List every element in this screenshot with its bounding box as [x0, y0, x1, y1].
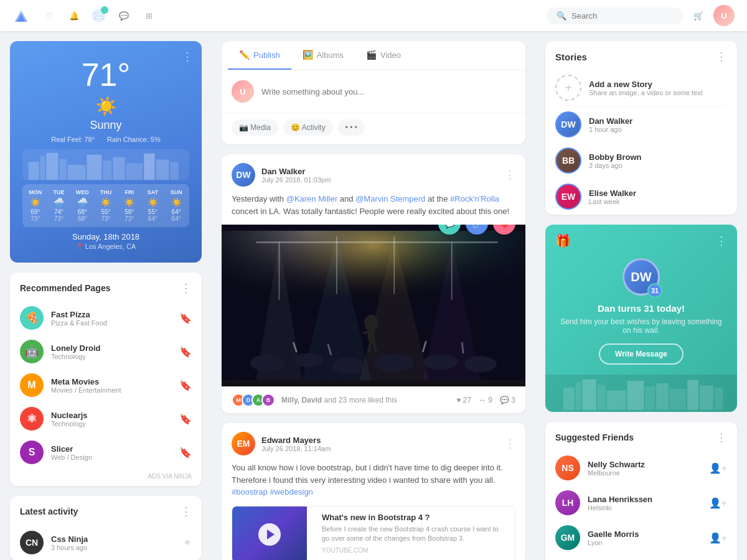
post-dan-walker: DW Dan Walker July 26 2018, 01:03pm ⋮ Ye…: [222, 154, 525, 413]
main-layout: ⋮ 71° ☀️ Sunny Real Feel: 78° Rain Chanc…: [0, 0, 747, 560]
weather-more-icon[interactable]: ⋮: [182, 50, 193, 63]
post-more-dan-walker[interactable]: ⋮: [504, 168, 515, 182]
video-thumb-info: What's new in Bootstrap 4 ? Before I cre…: [314, 506, 515, 561]
bell-icon[interactable]: 🔔: [67, 9, 81, 22]
add-story-button[interactable]: +: [555, 75, 581, 101]
bookmark-meta-movies[interactable]: 🔖: [179, 380, 192, 391]
search-icon: 🔍: [557, 11, 566, 21]
hashtag-rocknrolla[interactable]: #Rock'n'Rolla: [450, 194, 499, 203]
bookmark-fast-pizza[interactable]: 🔖: [179, 312, 192, 324]
add-friend-lana-button[interactable]: 👤+: [709, 497, 727, 509]
app-logo[interactable]: [12, 7, 30, 24]
bookmark-lonely-droid[interactable]: 🔖: [179, 346, 192, 358]
post-avatar-edward-mayers: EM: [232, 432, 255, 455]
play-button[interactable]: [258, 523, 281, 546]
reaction-buttons: 💬 🔗 ❤️: [438, 225, 515, 235]
birthday-skyline: [545, 375, 737, 412]
birthday-more-icon[interactable]: ⋮: [716, 234, 727, 248]
story-elise-walker[interactable]: EW Elise Walker Last week: [545, 179, 737, 215]
post-more-edward-mayers[interactable]: ⋮: [504, 437, 515, 450]
suggested-info-lana: Lana Henrikssen Helsinki: [588, 495, 702, 511]
svg-rect-13: [156, 159, 169, 180]
reaction-comment-button[interactable]: 💬: [438, 225, 461, 235]
page-info-slicer: Slicer Web / Design: [51, 444, 172, 461]
latest-activity-more-icon[interactable]: ⋮: [181, 505, 192, 518]
video-thumbnail: What's new in Bootstrap 4 ? Before I cre…: [232, 506, 515, 561]
albums-label: Albums: [317, 50, 344, 60]
video-thumb-image: [232, 506, 307, 561]
suggested-location-nelly: Melbourne: [588, 469, 702, 477]
story-avatar-bobby-brown: BB: [555, 147, 581, 174]
activity-action-button[interactable]: 😊 Activity: [283, 119, 333, 136]
post-image-dan-walker: 💬 🔗 ❤️: [222, 225, 525, 386]
activity-avatar-css-ninja: CN: [20, 531, 44, 554]
mention-marvin[interactable]: @Marvin Stemperd: [355, 194, 425, 203]
story-name-dan-walker: Dan Walker: [589, 116, 727, 126]
heart-icon[interactable]: ♡: [42, 9, 56, 22]
bookmark-slicer[interactable]: 🔖: [179, 447, 192, 459]
reaction-heart-button[interactable]: ❤️: [493, 225, 515, 235]
page-name-meta-movies: Meta Movies: [51, 377, 172, 386]
tab-albums[interactable]: 🖼️ Albums: [291, 41, 355, 70]
suggested-avatar-lana: LH: [555, 490, 580, 515]
story-dan-walker[interactable]: DW Dan Walker 1 hour ago: [545, 106, 737, 142]
compose-card: ✏️ Publish 🖼️ Albums 🎬 Video U 📷 Media 😊: [222, 41, 525, 144]
birthday-avatar-wrap: DW 31: [622, 258, 660, 296]
bookmark-nuclearjs[interactable]: 🔖: [179, 413, 192, 425]
user-avatar-top[interactable]: U: [713, 5, 735, 26]
compose-actions: 📷 Media 😊 Activity • • •: [222, 113, 525, 144]
svg-rect-4: [40, 156, 45, 180]
weather-temperature: 71°: [22, 56, 189, 93]
page-name-slicer: Slicer: [51, 444, 172, 454]
mention-karen[interactable]: @Karen Miller: [286, 194, 338, 203]
add-friend-nelly-button[interactable]: 👤+: [709, 462, 727, 474]
media-action-button[interactable]: 📷 Media: [232, 119, 278, 136]
suggested-friends-more-icon[interactable]: ⋮: [716, 431, 727, 444]
svg-rect-11: [126, 163, 143, 180]
svg-rect-43: [563, 388, 575, 410]
add-story-label: Add a new Story: [589, 80, 727, 89]
weather-location: Los Angeles, CA: [22, 243, 189, 250]
story-time-elise-walker: Last week: [589, 198, 727, 205]
grid-icon[interactable]: ⊞: [142, 9, 156, 22]
hashtag-bootstrap[interactable]: #boostrap: [232, 487, 268, 497]
more-action-button[interactable]: • • •: [338, 119, 365, 136]
eye-icon-css-ninja[interactable]: 👁: [184, 538, 192, 548]
topnav-right: 🛒 U: [693, 5, 735, 26]
chat-icon[interactable]: 💬: [117, 9, 131, 22]
recommended-pages-more-icon[interactable]: ⋮: [181, 281, 192, 295]
post-header-edward-mayers: EM Edward Mayers July 26 2018, 11:14am ⋮: [222, 423, 525, 462]
cart-icon[interactable]: 🛒: [693, 11, 703, 21]
search-input[interactable]: [571, 11, 674, 21]
suggested-mike-lasalle: ML Mike Lasalle Toronto 👤+: [545, 555, 737, 560]
compose-input[interactable]: [261, 87, 515, 96]
svg-rect-48: [627, 381, 644, 409]
story-name-bobby-brown: Bobby Brown: [589, 152, 727, 162]
reaction-link-button[interactable]: 🔗: [466, 225, 488, 235]
tab-publish[interactable]: ✏️ Publish: [228, 41, 291, 70]
post-time-dan-walker: July 26 2018, 01:03pm: [261, 176, 498, 184]
birthday-title: Dan turns 31 today!: [555, 303, 727, 314]
forecast-sat: SAT ☀️ 55° 64°: [143, 189, 164, 222]
story-avatar-dan-walker: DW: [555, 111, 581, 138]
hashtag-webdesign[interactable]: #webdesign: [270, 487, 312, 497]
forecast-wed: WED 🌧️ 68° 68°: [72, 189, 93, 222]
svg-rect-45: [582, 380, 596, 410]
publish-icon: ✏️: [239, 50, 250, 60]
mail-icon[interactable]: ✉️ ·: [92, 9, 106, 22]
video-label: Video: [380, 50, 401, 60]
forecast-mon: MON ☀️ 69° 73°: [25, 189, 46, 222]
suggested-avatar-gaelle: GM: [555, 525, 580, 550]
post-likers-avatars: M D A B: [232, 393, 271, 407]
tab-video[interactable]: 🎬 Video: [355, 41, 412, 70]
stories-more-icon[interactable]: ⋮: [716, 50, 727, 63]
post-footer-dan-walker: M D A B Milly, David and 23 more liked t…: [222, 386, 525, 413]
add-friend-gaelle-button[interactable]: 👤+: [709, 532, 727, 544]
page-info-lonely-droid: Lonely Droid Technology: [51, 343, 172, 360]
search-bar[interactable]: 🔍: [547, 7, 684, 24]
svg-rect-49: [645, 386, 655, 410]
write-message-button[interactable]: Write Message: [599, 343, 684, 365]
story-bobby-brown[interactable]: BB Bobby Brown 3 days ago: [545, 142, 737, 179]
page-category-fast-pizza: Pizza & Fast Food: [51, 319, 172, 327]
svg-point-28: [250, 355, 284, 372]
